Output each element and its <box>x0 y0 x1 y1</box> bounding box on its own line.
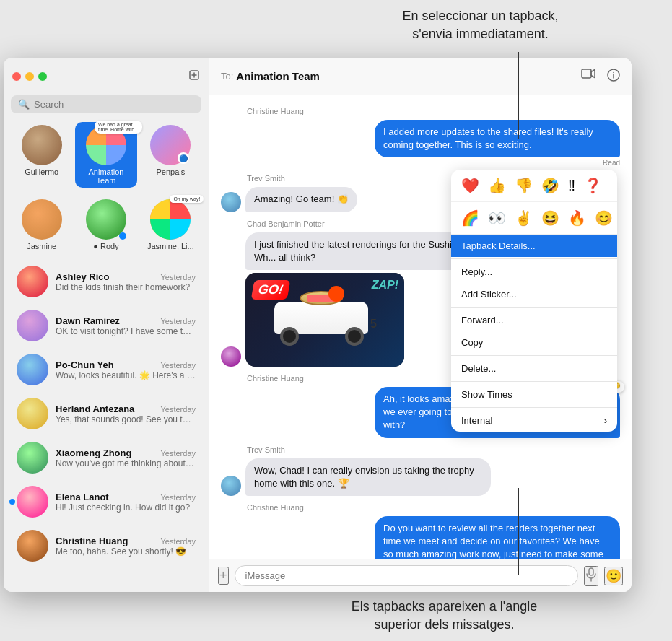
msg-row-6: Do you want to review all the renders to… <box>221 516 620 559</box>
add-button[interactable]: + <box>218 567 229 585</box>
ashley-time: Yesterday <box>160 273 196 282</box>
herland-name: Herland Antezana <box>56 404 134 414</box>
minimize-button[interactable] <box>25 72 34 81</box>
conv-item-elena[interactable]: Elena Lanot Yesterday Hi! Just checking … <box>8 480 204 523</box>
conv-item-christine[interactable]: Christine Huang Yesterday Me too, haha. … <box>8 524 204 567</box>
conv-item-ashley[interactable]: Ashley Rico Yesterday Did the kids finis… <box>8 260 204 303</box>
rody-avatar-wrap <box>86 199 126 240</box>
unread-dot-elena <box>9 499 15 505</box>
video-icon[interactable] <box>581 69 595 84</box>
ashley-preview: Did the kids finish their homework? <box>56 282 196 292</box>
pinned-row-1: Guillermo We had a greattime. Home with.… <box>4 119 209 193</box>
conversation-list: Ashley Rico Yesterday Did the kids finis… <box>4 259 209 592</box>
trev-avatar-small <box>221 192 241 212</box>
emoji-grin[interactable]: 😆 <box>540 208 561 228</box>
pinned-item-jasmine-li[interactable]: On my way! Jasmine, Li... <box>140 196 201 253</box>
emoji-button[interactable]: 🙂 <box>604 567 623 585</box>
pinned-item-rody[interactable]: ● Rody <box>75 196 136 253</box>
search-icon: 🔍 <box>18 99 30 110</box>
search-bar: 🔍 <box>11 95 201 113</box>
chat-input-bar: + 🙂 <box>209 559 632 592</box>
pochun-time: Yesterday <box>160 361 196 370</box>
wheel-right <box>345 327 364 346</box>
emoji-fire[interactable]: 🔥 <box>567 208 588 228</box>
pochun-name: Po-Chun Yeh <box>56 359 114 370</box>
pinned-item-animation-team[interactable]: We had a greattime. Home with... Animati… <box>75 122 136 188</box>
dawn-avatar <box>17 310 48 341</box>
pinned-item-penpals[interactable]: 🔵 Penpals <box>140 122 201 188</box>
emoji-exclaim[interactable]: ‼️ <box>567 175 577 196</box>
xiaomeng-name: Xiaomeng Zhong <box>56 448 131 458</box>
ctx-show-times[interactable]: Show Times <box>451 383 617 406</box>
message-input[interactable] <box>235 565 578 586</box>
rody-badge <box>119 232 126 240</box>
jasmine-avatar <box>22 199 62 240</box>
emoji-row-2: 🌈 👀 ✌️ 😆 🔥 😊 <box>451 202 617 235</box>
bubble-6: Do you want to review all the renders to… <box>375 516 620 559</box>
emoji-heart[interactable]: ❤️ <box>460 175 481 196</box>
dawn-name: Dawn Ramirez <box>56 315 120 326</box>
wheel-left <box>280 327 299 346</box>
bubble-5: Wow, Chad! I can really envision us taki… <box>245 458 491 496</box>
close-button[interactable] <box>12 72 21 81</box>
maximize-button[interactable] <box>38 72 47 81</box>
trev-avatar-small-2 <box>221 476 241 496</box>
emoji-thumbsup[interactable]: 👍 <box>486 175 507 196</box>
sender-christine-3: Christine Huang <box>247 503 620 512</box>
pinned-item-guillermo[interactable]: Guillermo <box>11 122 72 188</box>
car-image: GO! ZAP! <box>245 273 404 367</box>
ctx-delete[interactable]: Delete... <box>451 357 617 380</box>
compose-button[interactable] <box>188 69 200 84</box>
elena-avatar <box>17 486 48 518</box>
svg-point-3 <box>613 71 614 73</box>
conv-item-pochun[interactable]: Po-Chun Yeh Yesterday Wow, looks beautif… <box>8 348 204 391</box>
xiaomeng-time: Yesterday <box>160 449 196 458</box>
conv-item-herland[interactable]: Herland Antezana Yesterday Yes, that sou… <box>8 392 204 435</box>
ctx-internal-arrow: › <box>604 415 607 426</box>
sender-christine-1: Christine Huang <box>247 107 620 115</box>
jasmine-li-avatar <box>150 199 191 240</box>
christine-avatar <box>17 530 48 562</box>
msg-group-1: Christine Huang I added more updates to … <box>221 107 620 167</box>
guillermo-avatar <box>22 125 62 165</box>
emoji-eyes[interactable]: 👀 <box>486 208 507 228</box>
xiaomeng-avatar <box>17 442 48 474</box>
msg-row-1: I added more updates to the shared files… <box>221 120 620 167</box>
emoji-peace[interactable]: ✌️ <box>513 208 534 228</box>
christine-name: Christine Huang <box>56 536 128 546</box>
elena-name: Elena Lanot <box>56 492 109 502</box>
emoji-question[interactable]: ❓ <box>582 175 603 196</box>
xiaomeng-preview: Now you've got me thinking about my next… <box>56 458 196 468</box>
conv-item-xiaomeng[interactable]: Xiaomeng Zhong Yesterday Now you've got … <box>8 436 204 479</box>
ctx-reply[interactable]: Reply... <box>451 261 617 283</box>
jasmine-li-avatar-wrap: On my way! <box>150 199 191 240</box>
emoji-smile[interactable]: 😊 <box>593 208 614 228</box>
voice-button[interactable] <box>584 566 598 586</box>
ctx-forward[interactable]: Forward... <box>451 309 617 331</box>
ctx-divider-4 <box>451 381 617 382</box>
dawn-info: Dawn Ramirez Yesterday OK to visit tonig… <box>56 315 196 336</box>
elena-preview: Hi! Just checking in. How did it go? <box>56 502 196 513</box>
ctx-tapback-details[interactable]: Tapback Details... <box>451 235 617 257</box>
pinned-item-jasmine[interactable]: Jasmine <box>11 196 72 253</box>
annotation-top: En seleccionar un tapback, s'envia immed… <box>289 7 672 43</box>
chat-recipient: Animation Team <box>236 70 320 82</box>
search-input[interactable] <box>34 99 194 110</box>
zap-badge: ZAP! <box>372 279 398 292</box>
ctx-add-sticker[interactable]: Add Sticker... <box>451 283 617 305</box>
msg-group-6: Christine Huang Do you want to review al… <box>221 503 620 559</box>
ctx-internal[interactable]: Internal › <box>451 409 617 432</box>
emoji-thumbsdown[interactable]: 👎 <box>513 175 534 196</box>
elena-time: Yesterday <box>160 493 196 502</box>
pinned-row-2: Jasmine ● Rody On <box>4 193 209 259</box>
animation-team-avatar-wrap: We had a greattime. Home with... <box>86 125 126 165</box>
jasmine-avatar-wrap <box>22 199 62 240</box>
annotation-bottom: Els tapbacks apareixen a l'angle superio… <box>217 598 672 634</box>
info-icon[interactable] <box>607 69 620 84</box>
emoji-haha[interactable]: 🤣 <box>540 175 561 196</box>
conv-item-dawn[interactable]: Dawn Ramirez Yesterday OK to visit tonig… <box>8 304 204 347</box>
ctx-copy[interactable]: Copy <box>451 331 617 354</box>
penpals-badge: 🔵 <box>178 152 189 164</box>
herland-avatar <box>17 398 48 429</box>
emoji-rainbow[interactable]: 🌈 <box>460 208 481 228</box>
